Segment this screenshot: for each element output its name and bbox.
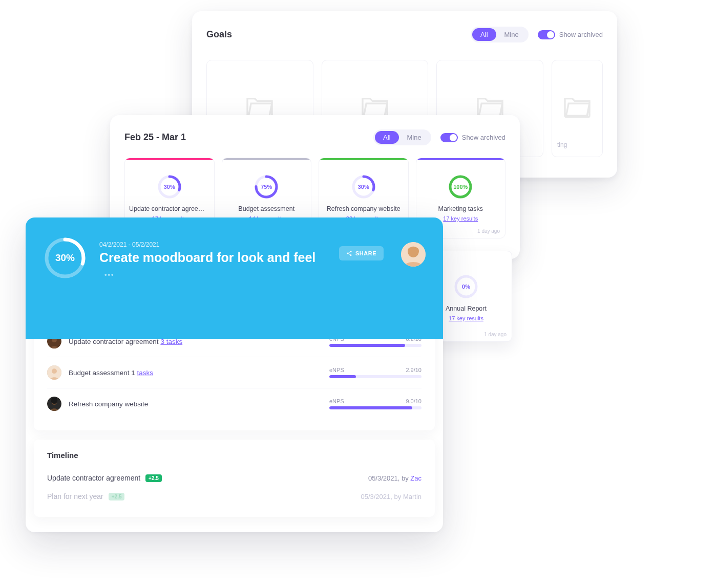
target-name: Refresh company website: [69, 400, 148, 408]
show-archived-switch[interactable]: [538, 30, 555, 39]
goal-title: Budget assessment: [234, 205, 299, 212]
filter-all[interactable]: All: [472, 28, 496, 41]
progress-label: 0%: [462, 284, 470, 290]
progress-label: 30%: [358, 184, 369, 190]
metric-bar-fill: [329, 406, 412, 409]
svg-point-12: [347, 253, 348, 254]
avatar: [47, 365, 61, 380]
progress-ring: 30%: [351, 175, 376, 199]
metric-bar-fill: [329, 375, 356, 378]
timeline-item-title: Plan for next year: [47, 492, 103, 500]
date-header-controls: All Mine Show archived: [373, 129, 505, 145]
target-name-text: Refresh company website: [69, 400, 148, 408]
timeline-meta: 05/3/2021, by Zac: [368, 474, 421, 482]
folder-icon: [245, 94, 275, 118]
hero-text: 04/2/2021 - 05/2/2021 Create moodboard f…: [99, 236, 327, 280]
metric-bar: [329, 375, 421, 378]
target-row[interactable]: Budget assessment 1 tasks eNPS 2.9/10: [47, 357, 421, 388]
goal-timestamp: 1 day ago: [484, 332, 507, 337]
target-row[interactable]: Refresh company website eNPS 9.0/10: [47, 388, 421, 419]
timeline-row[interactable]: Plan for next year +2.5 05/3/2021, by Ma…: [47, 487, 421, 506]
timeline-meta: 05/3/2021, by Martin: [361, 493, 421, 500]
folder-icon: [360, 94, 390, 118]
goal-title: Update contractor agreemen: [125, 205, 214, 212]
goal-sub[interactable]: 17 key results: [449, 315, 483, 321]
timeline-author[interactable]: Zac: [410, 474, 421, 482]
goals-header: Goals All Mine Show archived: [206, 27, 603, 42]
progress-label: 100%: [453, 184, 468, 190]
svg-point-22: [51, 397, 58, 404]
card-topbar: [125, 158, 214, 160]
share-icon: [346, 250, 352, 256]
target-name-text: Budget assessment 1: [69, 369, 135, 377]
metric-name: eNPS: [329, 398, 344, 404]
timeline-date: 05/3/2021, by: [361, 493, 401, 500]
goals-header-controls: All Mine Show archived: [471, 27, 603, 42]
folder-label: ting: [557, 141, 567, 148]
more-icon[interactable]: •••: [104, 271, 115, 278]
show-archived-label: Show archived: [462, 134, 505, 141]
show-archived-label: Show archived: [559, 31, 603, 38]
date-header: Feb 25 - Mar 1 All Mine Show archived: [124, 129, 505, 145]
card-topbar: [416, 158, 505, 160]
target-metric: eNPS 9.0/10: [329, 398, 421, 409]
timeline-card: Timeline Update contractor agreement +2.…: [34, 440, 435, 517]
timeline-date: 05/3/2021, by: [368, 474, 409, 482]
metric-name: eNPS: [329, 367, 344, 373]
timeline-badge: +2.5: [109, 493, 125, 500]
goal-sub[interactable]: 17 key results: [443, 215, 478, 222]
svg-point-19: [52, 368, 57, 374]
show-archived-wrap: Show archived: [440, 133, 505, 142]
filter-mine[interactable]: Mine: [496, 28, 527, 41]
timeline-row[interactable]: Update contractor agreement +2.5 05/3/20…: [47, 469, 421, 487]
svg-point-11: [350, 251, 351, 252]
target-tasks-link[interactable]: tasks: [137, 369, 154, 377]
detail-hero: 30% 04/2/2021 - 05/2/2021 Create moodboa…: [26, 217, 443, 339]
hero-progress-label: 30%: [55, 252, 75, 264]
target-metric: eNPS 2.9/10: [329, 367, 421, 378]
filter-mine[interactable]: Mine: [399, 131, 430, 144]
metric-score: 2.9/10: [406, 367, 421, 373]
folder-icon: [475, 94, 505, 118]
metric-bar-fill: [329, 344, 405, 347]
progress-ring: 75%: [254, 175, 279, 199]
card-topbar: [319, 158, 408, 160]
goal-title: Annual Report: [441, 305, 491, 312]
hero-date: 04/2/2021 - 05/2/2021: [99, 241, 327, 248]
date-filter-toggle[interactable]: All Mine: [373, 129, 431, 145]
timeline-author[interactable]: Martin: [403, 493, 421, 500]
progress-ring: 100%: [448, 175, 473, 199]
goal-title: Refresh company website: [323, 205, 405, 212]
hero-title-text: Create moodboard for look and feel: [99, 250, 315, 265]
metric-score: 9.0/10: [406, 398, 421, 404]
progress-label: 30%: [164, 184, 175, 190]
progress-ring: 30%: [157, 175, 182, 199]
folder-icon: [562, 94, 592, 118]
goal-timestamp: 1 day ago: [477, 228, 500, 234]
folder-card[interactable]: ting: [552, 60, 603, 157]
detail-panel: 30% 04/2/2021 - 05/2/2021 Create moodboa…: [26, 217, 443, 532]
timeline-heading: Timeline: [47, 451, 421, 460]
hero-title: Create moodboard for look and feel •••: [99, 250, 327, 280]
show-archived-switch[interactable]: [440, 133, 458, 142]
progress-label: 75%: [261, 184, 272, 190]
metric-bar: [329, 406, 421, 409]
avatar: [47, 397, 61, 411]
progress-ring: 0%: [454, 274, 478, 299]
show-archived-wrap: Show archived: [538, 30, 603, 39]
target-name: Budget assessment 1 tasks: [69, 369, 153, 377]
avatar[interactable]: [401, 242, 426, 267]
svg-point-13: [350, 254, 351, 256]
goals-filter-toggle[interactable]: All Mine: [471, 27, 529, 42]
metric-bar: [329, 344, 421, 347]
hero-progress-ring: 30%: [43, 236, 87, 280]
filter-all[interactable]: All: [375, 131, 398, 144]
goals-title: Goals: [206, 29, 232, 40]
date-title: Feb 25 - Mar 1: [124, 132, 186, 143]
timeline-badge: +2.5: [145, 474, 162, 482]
share-button[interactable]: SHARE: [339, 246, 384, 260]
share-label: SHARE: [355, 250, 376, 256]
card-topbar: [222, 158, 311, 160]
goal-title: Marketing tasks: [434, 205, 487, 212]
timeline-item-title: Update contractor agreement: [47, 474, 140, 482]
